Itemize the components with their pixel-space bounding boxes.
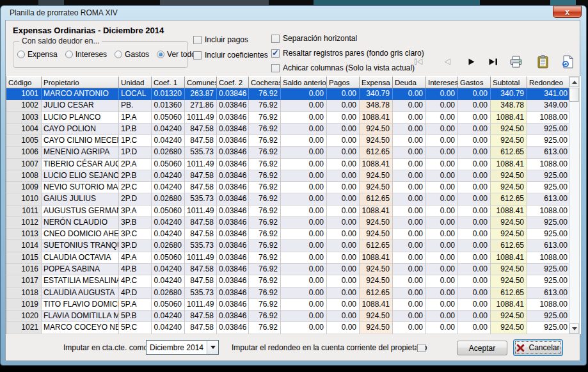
- table-row[interactable]: 1016POPEA SABINA4P.B0.04240847.580.03846…: [6, 264, 581, 275]
- accept-button[interactable]: Aceptar: [457, 341, 507, 355]
- checkbox-achicar-columnas[interactable]: Achicar columnas (Solo la vista actual): [271, 63, 415, 72]
- clipboard-icon: [537, 55, 548, 69]
- cell-deuda: 0.00: [393, 112, 426, 124]
- scroll-down-button[interactable]: [569, 323, 579, 334]
- cell-comunes: 535.73: [185, 287, 217, 299]
- dropdown-arrow-zone[interactable]: [207, 341, 218, 354]
- table-row[interactable]: 1004CAYO POLION1P.B0.04240847.580.038467…: [6, 124, 581, 135]
- cell-unidad: 1P.A: [119, 112, 152, 124]
- cell-saldo_anterior: 0.00: [281, 193, 327, 205]
- cell-gastos: 0.00: [458, 311, 491, 322]
- radio-expensa[interactable]: Expensa: [17, 50, 58, 59]
- column-header-cocheras[interactable]: Cocheras: [249, 76, 281, 88]
- column-header-expensa[interactable]: Expensa: [360, 76, 393, 88]
- radio-intereses[interactable]: Intereses: [65, 50, 107, 59]
- scrollbar-thumb[interactable]: [569, 88, 579, 102]
- prior-record-button[interactable]: [440, 54, 454, 69]
- cell-expensa: 1088.41: [360, 252, 393, 264]
- cell-pagos: 0.00: [327, 135, 360, 147]
- checkbox-incluir-coeficientes[interactable]: Incluir coeficientes: [193, 51, 268, 60]
- cell-propietario: LUCIO PLANCO: [42, 112, 119, 124]
- close-button[interactable]: x: [553, 6, 582, 18]
- column-header-codigo[interactable]: Código: [6, 76, 42, 88]
- cell-intereses: 0.00: [426, 217, 458, 229]
- table-row[interactable]: 1007TIBERIO CÉSAR AUGUS2P.A0.050601011.4…: [6, 159, 581, 170]
- table-row[interactable]: 1009NEVIO SUTORIO MACR2P.C0.04240847.580…: [6, 182, 581, 193]
- table-row[interactable]: 1015CLAUDIA OCTAVIA4P.A0.050601011.490.0…: [6, 252, 581, 264]
- cell-redondeo: 925.00: [527, 322, 571, 334]
- column-header-propietario[interactable]: Propietario: [42, 76, 119, 88]
- table-row[interactable]: 1006MENENIO AGRIPA1P.D0.02680535.730.038…: [6, 147, 581, 158]
- column-header-deuda[interactable]: Deuda: [393, 76, 426, 88]
- cell-cocheras: 76.92: [249, 299, 281, 311]
- cell-gastos: 0.00: [458, 193, 491, 205]
- column-header-coef1[interactable]: Coef. 1: [152, 76, 185, 88]
- cell-subtotal: 612.65: [491, 240, 527, 252]
- table-row[interactable]: 1020FLAVIA DOMITILLA MA.5P.B0.04240847.5…: [6, 311, 581, 322]
- title-bar[interactable]: Planilla de prorrateo ROMA XIV x: [1, 6, 586, 20]
- cell-cocheras: 76.92: [249, 322, 281, 334]
- cell-cocheras: 76.92: [249, 311, 281, 322]
- cell-intereses: 0.00: [426, 240, 458, 252]
- cell-expensa: 1088.41: [360, 299, 393, 311]
- accept-button-label: Aceptar: [469, 344, 495, 353]
- table-row[interactable]: 1010GAIUS JULIUS2P.D0.02680535.730.03846…: [6, 193, 581, 205]
- cell-coef2: 0.03846: [217, 275, 249, 287]
- vertical-scrollbar[interactable]: [569, 76, 580, 334]
- column-header-gastos[interactable]: Gastos: [458, 76, 491, 88]
- checkbox-incluir-pagos[interactable]: Incluir pagos: [193, 35, 248, 44]
- copy-button[interactable]: [536, 54, 550, 69]
- column-header-coef2[interactable]: Coef. 2: [217, 76, 249, 88]
- column-header-intereses[interactable]: Intereses: [426, 76, 458, 88]
- cell-comunes: 1011.49: [185, 252, 217, 264]
- table-row[interactable]: 1012NERÓN CLAUDIO3P.B0.04240847.580.0384…: [6, 217, 581, 229]
- print-button[interactable]: [509, 54, 523, 69]
- cell-coef1: 0.04240: [152, 322, 185, 334]
- cell-intereses: 0.00: [426, 322, 458, 334]
- cell-deuda: 0.00: [393, 275, 426, 287]
- column-header-pagos[interactable]: Pagos: [327, 76, 360, 88]
- column-header-redondeo[interactable]: Redondeo: [527, 76, 571, 88]
- cell-saldo_anterior: 0.00: [281, 322, 327, 334]
- cell-deuda: 0.00: [393, 124, 426, 135]
- table-row[interactable]: 1001MARCO ANTONIOLOCAL0.01320263.870.038…: [6, 88, 581, 100]
- cancel-button[interactable]: Cancelar: [513, 339, 563, 356]
- first-record-button[interactable]: [411, 54, 425, 69]
- next-record-button[interactable]: [465, 54, 479, 69]
- cell-comunes: 847.58: [185, 264, 217, 275]
- radio-gastos[interactable]: Gastos: [115, 50, 149, 59]
- cell-comunes: 847.58: [185, 322, 217, 334]
- checkbox-imputar-redondeo[interactable]: [417, 344, 425, 352]
- cell-subtotal: 924.50: [491, 170, 527, 182]
- table-row[interactable]: 1017ESTATILIA MESALINA4P.C0.04240847.580…: [6, 275, 581, 287]
- table-row[interactable]: 1011AUGUSTUS GERMANIC3P.A0.050601011.490…: [6, 206, 581, 217]
- cell-saldo_anterior: 0.00: [281, 147, 327, 158]
- cell-redondeo: 613.00: [527, 193, 571, 205]
- table-row[interactable]: 1013CNEO DOMICIO AHENO3P.C0.04240847.580…: [6, 229, 581, 240]
- table-row[interactable]: 1019TITO FLAVIO DOMICIAN5P.A0.050601011.…: [6, 299, 581, 311]
- table-row[interactable]: 1008LUCIO ELIO SEJANO2P.B0.04240847.580.…: [6, 170, 581, 182]
- cell-intereses: 0.00: [426, 124, 458, 135]
- column-header-comunes[interactable]: Comunes: [185, 76, 217, 88]
- table-row[interactable]: 1005CAYO CILNIO MECENAS1P.C0.04240847.58…: [6, 135, 581, 147]
- cell-expensa: 924.50: [360, 264, 393, 275]
- period-dropdown[interactable]: Diciembre 2014: [146, 340, 219, 355]
- export-button[interactable]: [560, 54, 574, 69]
- cell-pagos: 0.00: [327, 159, 360, 170]
- table-row[interactable]: 1021MARCO COCEYO NERV5P.C0.04240847.580.…: [6, 322, 581, 334]
- cell-comunes: 1011.49: [185, 206, 217, 217]
- column-header-saldo_anterior[interactable]: Saldo anterior: [281, 76, 327, 88]
- column-header-subtotal[interactable]: Subtotal: [491, 76, 527, 88]
- cell-codigo: 1011: [6, 206, 42, 217]
- table-row[interactable]: 1002JULIO CESARPB.0.01360271.860.0384676…: [6, 100, 581, 111]
- checkbox-resaltar-pares[interactable]: Resaltar registros pares (fondo gris cla…: [271, 49, 424, 58]
- table-row[interactable]: 1014SUETONIUS TRANQUIL3P.D0.02680535.730…: [6, 240, 581, 252]
- column-header-unidad[interactable]: Unidad: [119, 76, 152, 88]
- cell-redondeo: 925.00: [527, 135, 571, 147]
- last-record-button[interactable]: [486, 54, 500, 69]
- scroll-up-button[interactable]: [569, 77, 579, 87]
- table-row[interactable]: 1018CLAUDIA AUGUSTA4P.D0.02680535.730.03…: [6, 287, 581, 299]
- checkbox-separacion-horizontal[interactable]: Separación horizontal: [271, 34, 357, 43]
- table-row[interactable]: 1003LUCIO PLANCO1P.A0.050601011.490.0384…: [6, 112, 581, 124]
- cell-redondeo: 613.00: [527, 147, 571, 158]
